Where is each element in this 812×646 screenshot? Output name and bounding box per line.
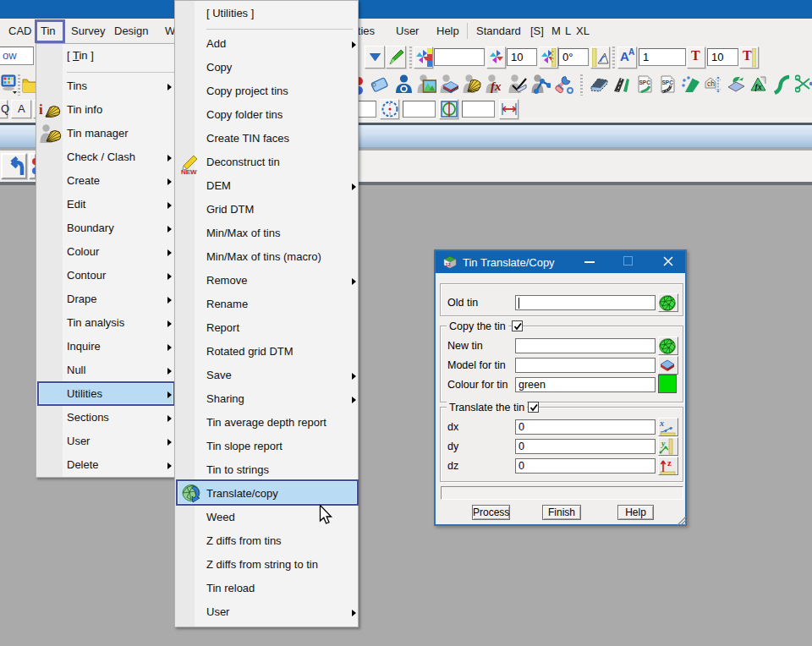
svg-text:z: z — [667, 457, 672, 468]
svg-text:12: 12 — [446, 262, 451, 267]
svg-text:ch: ch — [707, 79, 715, 88]
svg-text:SPC: SPC — [662, 79, 674, 85]
svg-text:fx: fx — [491, 79, 502, 93]
svg-text:x: x — [659, 419, 664, 428]
svg-text:fx: fx — [755, 82, 762, 91]
svg-text:SPC: SPC — [639, 79, 651, 85]
svg-text:NEW: NEW — [181, 168, 197, 174]
